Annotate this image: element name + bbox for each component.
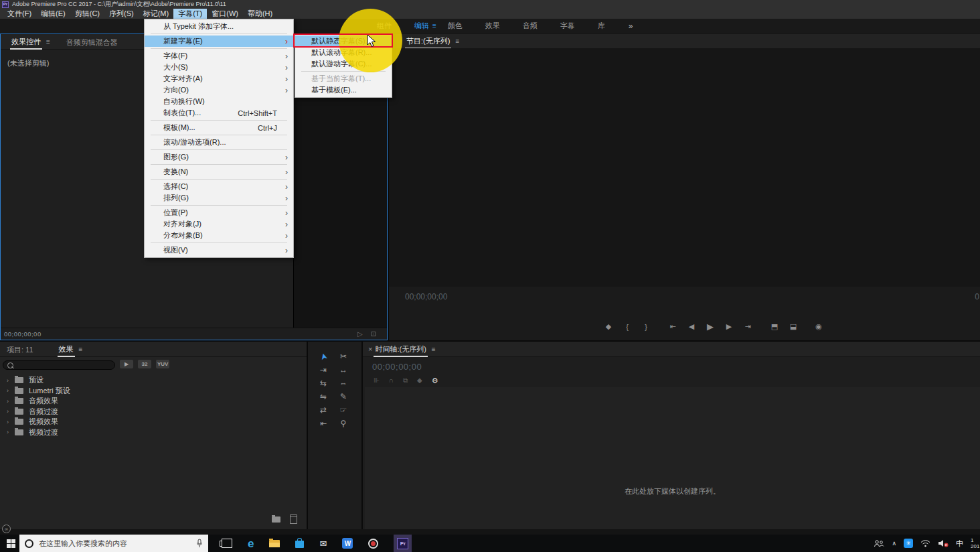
step-back-button[interactable]: ◀ bbox=[687, 322, 696, 331]
selection-tool[interactable]: ➤ bbox=[315, 350, 331, 363]
workspace-tab-color[interactable]: 颜色 bbox=[436, 21, 474, 31]
premiere-taskbar-button[interactable]: Pr bbox=[394, 535, 412, 552]
menu-help[interactable]: 帮助(H) bbox=[243, 9, 277, 19]
submenu-item-default-roll[interactable]: 默认滚动字幕(R)... bbox=[295, 47, 392, 58]
go-to-in-button[interactable]: ⇤ bbox=[669, 322, 677, 331]
screen-recorder-icon[interactable] bbox=[368, 539, 378, 549]
linked-selection-icon[interactable]: ⧉ bbox=[403, 376, 408, 385]
menu-edit[interactable]: 编辑(E) bbox=[36, 9, 70, 19]
track-select-forward-tool[interactable]: ⇥ bbox=[315, 363, 331, 376]
panel-menu-icon[interactable]: ≡ bbox=[79, 346, 83, 353]
yuv-badge[interactable]: YUV bbox=[156, 360, 169, 368]
step-forward-button[interactable]: ▶ bbox=[725, 322, 733, 331]
menu-window[interactable]: 窗口(W) bbox=[207, 9, 243, 19]
play-button[interactable]: ▶ bbox=[706, 322, 714, 332]
rolling-edit-tool[interactable]: ⇆ bbox=[315, 376, 331, 390]
chevron-right-icon[interactable]: › bbox=[7, 387, 12, 394]
export-frame-button[interactable]: ◉ bbox=[815, 322, 823, 331]
submenu-item-default-crawl[interactable]: 默认游动字幕(C)... bbox=[295, 58, 392, 70]
bit-depth-badge[interactable]: 32 bbox=[138, 360, 151, 368]
submenu-item-default-still[interactable]: 默认静态字幕(S)... bbox=[295, 36, 392, 47]
menu-item-word-wrap[interactable]: 自动换行(W) bbox=[145, 96, 293, 107]
menu-item-roll-crawl-options[interactable]: 滚动/游动选项(R)... bbox=[145, 137, 293, 148]
people-icon[interactable] bbox=[874, 539, 884, 548]
razor-tool[interactable]: ✂ bbox=[335, 350, 351, 363]
rate-stretch-tool[interactable]: ⇔ bbox=[335, 376, 351, 390]
play-audio-icon[interactable]: ▷ bbox=[357, 330, 363, 338]
zoom-tool[interactable]: ⚲ bbox=[335, 417, 351, 430]
track-select-backward-tool[interactable]: ⇤ bbox=[315, 417, 331, 430]
tab-effect-controls[interactable]: 效果控件 bbox=[10, 34, 42, 50]
program-playhead-timecode[interactable]: 00;00;00;00 bbox=[405, 292, 447, 301]
menu-item-view[interactable]: 视图(V)› bbox=[145, 245, 293, 256]
taskbar-clock[interactable]: 1 201 bbox=[971, 537, 980, 549]
snap-icon[interactable]: ∩ bbox=[389, 376, 394, 385]
menu-clip[interactable]: 剪辑(C) bbox=[70, 9, 104, 19]
toggle-view-icon[interactable]: ⊡ bbox=[371, 330, 376, 338]
tree-row-audio-effects[interactable]: › 音频效果 bbox=[0, 396, 307, 407]
tab-effects[interactable]: 效果 bbox=[58, 342, 75, 357]
menu-item-arrange[interactable]: 排列(G)› bbox=[145, 192, 293, 204]
tab-timeline[interactable]: 时间轴:(无序列) bbox=[374, 342, 427, 357]
menu-item-size[interactable]: 大小(S)› bbox=[145, 62, 293, 73]
chevron-right-icon[interactable]: › bbox=[7, 398, 12, 405]
slide-tool[interactable]: ⇄ bbox=[315, 403, 331, 417]
menu-item-templates[interactable]: 模板(M)...Ctrl+J bbox=[145, 122, 293, 133]
menu-item-font[interactable]: 字体(F)› bbox=[145, 50, 293, 62]
extract-button[interactable]: ⬓ bbox=[789, 322, 797, 331]
menu-item-position[interactable]: 位置(P)› bbox=[145, 207, 293, 218]
submenu-item-based-on-template[interactable]: 基于模板(E)... bbox=[295, 84, 392, 96]
workspace-overflow-icon[interactable]: » bbox=[629, 21, 633, 31]
mark-out-button[interactable]: } bbox=[642, 323, 650, 331]
workspace-tab-titles[interactable]: 字幕 bbox=[549, 21, 586, 31]
wifi-icon[interactable] bbox=[920, 539, 930, 547]
menu-markers[interactable]: 标记(M) bbox=[139, 9, 174, 19]
menu-item-new-title[interactable]: 新建字幕(E)› bbox=[145, 36, 293, 47]
tray-app-icon[interactable]: ✳ bbox=[904, 539, 913, 548]
slip-tool[interactable]: ⇋ bbox=[315, 390, 331, 403]
chevron-right-icon[interactable]: › bbox=[7, 408, 12, 415]
file-explorer-icon[interactable] bbox=[269, 540, 280, 547]
tree-row-video-transitions[interactable]: › 视频过渡 bbox=[0, 427, 307, 438]
microphone-icon[interactable] bbox=[196, 539, 203, 548]
workspace-tab-libraries[interactable]: 库 bbox=[586, 21, 617, 31]
hand-tool[interactable]: ☞ bbox=[335, 403, 351, 417]
workspace-tab-effects[interactable]: 效果 bbox=[474, 21, 511, 31]
close-icon[interactable]: × bbox=[368, 345, 372, 353]
menu-file[interactable]: 文件(F) bbox=[3, 9, 36, 19]
accelerated-effects-badge[interactable]: ▶ bbox=[120, 360, 133, 368]
edge-browser-icon[interactable]: e bbox=[248, 538, 254, 549]
insert-overwrite-icon[interactable]: ⊪ bbox=[374, 376, 380, 385]
timeline-settings-wrench-icon[interactable]: ⚙ bbox=[432, 376, 438, 385]
task-view-button[interactable] bbox=[222, 539, 232, 548]
panel-menu-icon[interactable]: ≡ bbox=[46, 38, 50, 46]
mark-in-button[interactable]: { bbox=[623, 323, 631, 331]
menu-title[interactable]: 字幕(T) bbox=[173, 9, 207, 19]
menu-item-orientation[interactable]: 方向(O)› bbox=[145, 84, 293, 96]
timeline-drop-zone[interactable]: 在此处放下媒体以创建序列。 bbox=[365, 387, 980, 529]
menu-item-align-objects[interactable]: 对齐对象(J)› bbox=[145, 218, 293, 230]
menu-item-add-fonts-typekit[interactable]: 从 Typekit 添加字体... bbox=[145, 21, 293, 32]
panel-menu-icon[interactable]: ≡ bbox=[432, 346, 436, 353]
taskbar-search-input[interactable]: 在这里输入你要搜索的内容 bbox=[19, 535, 208, 552]
menu-item-distribute-objects[interactable]: 分布对象(B)› bbox=[145, 230, 293, 241]
effects-search-input[interactable] bbox=[3, 360, 115, 370]
microsoft-store-icon[interactable] bbox=[295, 541, 304, 548]
pen-tool[interactable]: ✎ bbox=[335, 390, 351, 403]
tab-project[interactable]: 项目: 11 bbox=[5, 342, 35, 356]
chevron-right-icon[interactable]: › bbox=[7, 419, 12, 425]
menu-item-tab-stops[interactable]: 制表位(T)...Ctrl+Shift+T bbox=[145, 107, 293, 119]
menu-item-select[interactable]: 选择(C)› bbox=[145, 181, 293, 192]
chevron-right-icon[interactable]: › bbox=[7, 377, 12, 384]
lift-button[interactable]: ⬒ bbox=[770, 322, 779, 331]
workspace-tab-audio[interactable]: 音频 bbox=[511, 21, 549, 31]
add-marker-button[interactable]: ◆ bbox=[604, 322, 612, 331]
mail-app-icon[interactable]: ✉ bbox=[319, 539, 327, 549]
tree-row-lumetri-presets[interactable]: › Lumetri 预设 bbox=[0, 386, 307, 397]
tree-row-presets[interactable]: › 预设 bbox=[0, 375, 307, 386]
go-to-out-button[interactable]: ⇥ bbox=[744, 322, 752, 331]
chevron-right-icon[interactable]: › bbox=[7, 429, 12, 435]
add-marker-icon[interactable]: ◆ bbox=[417, 376, 422, 385]
menu-item-logo[interactable]: 图形(G)› bbox=[145, 151, 293, 163]
tab-audio-clip-mixer[interactable]: 音频剪辑混合器 bbox=[65, 35, 119, 49]
